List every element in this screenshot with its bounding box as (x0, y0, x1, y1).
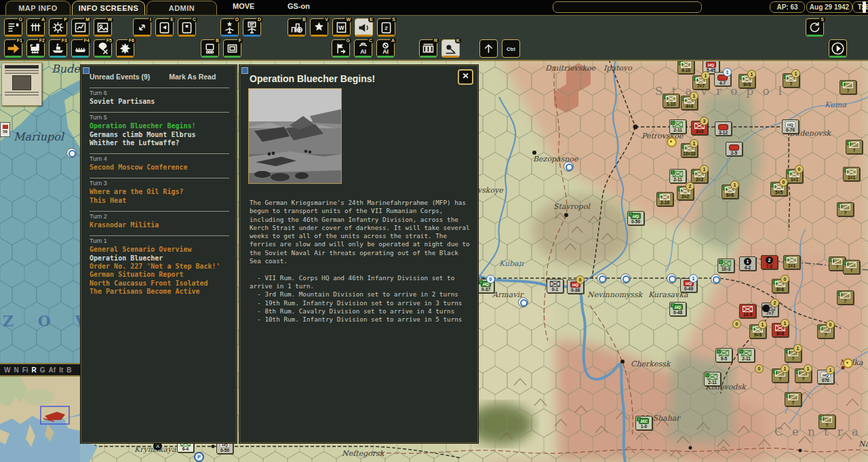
weather-screen-icon[interactable]: W (94, 18, 112, 37)
unit-counter[interactable]: ?1 (772, 368, 789, 383)
unit-counter[interactable]: 4-10 (677, 60, 694, 74)
unit-counter[interactable]: HQ0-50 (627, 211, 644, 225)
unit-counter[interactable]: 71 (783, 73, 800, 88)
air-directive-icon[interactable]: D (243, 18, 261, 37)
war-doc-icon[interactable]: W (332, 18, 351, 37)
unit-counter[interactable]: ? (837, 290, 854, 305)
message-input[interactable] (553, 1, 702, 13)
production-city-icon[interactable]: B (288, 18, 306, 37)
unit-counter[interactable]: 8=81 (772, 323, 789, 337)
unit-counter[interactable]: 1-10 (663, 94, 679, 108)
unit-counter[interactable]: 9=91 (738, 74, 755, 88)
rail-transport-icon[interactable]: F2 (26, 39, 45, 58)
ai-off-icon[interactable]: A (376, 39, 395, 58)
event-item[interactable]: Whither the Luftwaffe? (90, 139, 229, 147)
map-left-strip[interactable]: 50 BuderMariupolZ O V WNFiRGAfItB (0, 60, 80, 462)
unit-counter[interactable]: 14-9 (739, 304, 756, 318)
battery-status-icon[interactable]: R (419, 39, 437, 58)
unit-counter[interactable]: 10-3 (717, 258, 734, 273)
unit-counter[interactable]: 2-5 (726, 142, 743, 156)
ctrl-key-icon[interactable] (502, 39, 520, 58)
unit-counter[interactable]: 3-12 (715, 121, 732, 136)
unit-counter[interactable]: HQ0-48 (669, 302, 686, 316)
event-item[interactable]: The Partisans Become Active (90, 288, 229, 296)
unit-counter[interactable]: 10=101 (681, 143, 698, 157)
unit-counter[interactable]: 7=72 (762, 303, 778, 317)
unit-counter[interactable]: 2=21 (691, 169, 708, 183)
mark-as-read-button[interactable]: Mark As Read (169, 73, 216, 81)
unit-counter[interactable]: 2-11 (669, 119, 686, 134)
metrics-chart-icon[interactable]: M (71, 18, 90, 37)
tab-map-info[interactable]: MAP INFO (5, 1, 71, 15)
tab-info-screens[interactable]: INFO SCREENS (72, 1, 145, 15)
event-item[interactable]: North Caucasus Front Isolated (90, 280, 229, 288)
top-label-gs-on[interactable]: GS-on (288, 2, 310, 10)
event-item[interactable]: Operation Bluecher Begins! (90, 122, 229, 130)
save-card-icon[interactable]: S (377, 18, 395, 37)
unit-counter[interactable]: 8=60 (772, 279, 789, 293)
minimap[interactable] (0, 377, 80, 462)
unit-counter[interactable]: 2=22 (677, 186, 694, 200)
filter-letter-n[interactable]: N (14, 366, 18, 374)
event-item[interactable]: Where are the Oil Rigs? (90, 188, 229, 196)
close-icon[interactable]: ✕ (458, 69, 473, 85)
amphibious-icon[interactable]: F4 (71, 39, 90, 58)
supply-cart-icon[interactable]: B (201, 39, 219, 58)
event-item[interactable]: Order No. 227 'Not a Step Back!' (90, 263, 229, 271)
unit-counter[interactable]: ? (840, 80, 856, 94)
unit-counter[interactable]: 2-10 (656, 192, 673, 206)
unit-counter[interactable]: 0-1 (547, 279, 564, 293)
unit-counter[interactable]: HQ0701 (817, 370, 834, 384)
unit-counter[interactable]: ? (843, 260, 860, 274)
unit-counter[interactable]: 2-11 (738, 348, 755, 362)
unit-counter[interactable]: ?1 (785, 348, 802, 362)
unit-counter[interactable]: HQ0-491 (680, 278, 697, 292)
unit-counter[interactable]: 3=33 (691, 121, 708, 135)
unit-counter[interactable]: ? (785, 392, 802, 406)
sync-circle-icon[interactable]: S (806, 18, 824, 37)
event-card-icon[interactable]: E (155, 18, 174, 37)
unit-counter[interactable]: 1=1 (783, 255, 800, 269)
unit-counter[interactable]: ?0 (817, 324, 834, 339)
air-doctrine-icon[interactable]: D (220, 18, 239, 37)
event-item[interactable]: Soviet Partisans (90, 98, 229, 106)
unit-counter[interactable]: HQ0-380 (567, 280, 584, 294)
filter-letter-g[interactable]: G (40, 366, 45, 374)
depot-box-icon[interactable]: F (223, 39, 241, 58)
next-move-arrow-icon[interactable]: F1 (4, 39, 22, 58)
end-turn-icon[interactable] (829, 39, 847, 58)
filter-letter-w[interactable]: W (4, 366, 10, 374)
ground-battle-icon[interactable]: F6 (116, 39, 134, 58)
event-item[interactable]: Second Moscow Conference (90, 163, 229, 172)
unit-counter[interactable]: ? (837, 202, 854, 216)
unit-counter[interactable]: 6=61 (722, 185, 738, 199)
unit-counter[interactable]: 9-5 (715, 348, 732, 362)
filter-letter-it[interactable]: It (59, 366, 63, 374)
event-item[interactable]: Krasnodar Militia (90, 221, 229, 229)
ai-assist-icon[interactable]: C (354, 39, 372, 58)
unit-counter[interactable]: 50 (0, 122, 10, 137)
unit-counter[interactable]: 2-11 (704, 372, 721, 386)
unit-counter[interactable]: 9=91 (749, 324, 766, 339)
unit-counter[interactable]: 7=71 (692, 75, 709, 90)
unit-counter[interactable]: 4=41 (681, 96, 698, 110)
shift-key-icon[interactable] (479, 39, 498, 58)
event-newspaper-thumbnail[interactable] (1, 62, 42, 106)
unit-counter[interactable]: 14-2 (739, 256, 756, 271)
tab-admin[interactable]: ADMIN (146, 1, 217, 15)
unit-counter[interactable]: 2-11 (669, 169, 686, 183)
event-item[interactable]: This Heat (90, 197, 229, 205)
unit-counter[interactable]: ? (818, 415, 835, 429)
unit-counter[interactable]: 1=10 (786, 169, 803, 183)
filter-letter-fi[interactable]: Fi (22, 366, 28, 374)
events-megaphone-icon[interactable]: E (355, 18, 373, 37)
unit-counter[interactable]: 27-2 (761, 255, 778, 269)
preferences-gear-icon[interactable]: P (49, 18, 67, 37)
orders-list-icon[interactable]: O (4, 18, 22, 37)
casualties-icon[interactable]: A (26, 18, 45, 37)
map-paint-icon[interactable]: K (441, 39, 460, 58)
top-label-move[interactable]: MOVE (233, 2, 254, 10)
unit-counter[interactable]: ? (846, 140, 863, 154)
unit-counter[interactable]: SEC1-0 (635, 416, 652, 430)
objective-flag-icon[interactable]: G (332, 39, 350, 58)
